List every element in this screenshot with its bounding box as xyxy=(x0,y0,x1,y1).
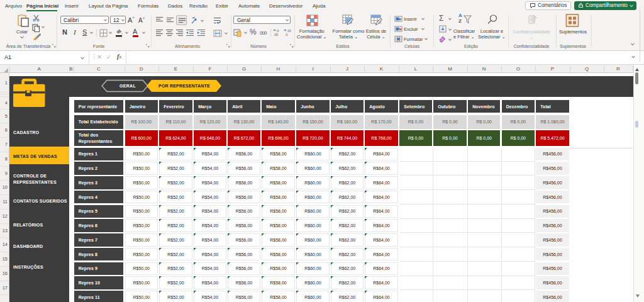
svg-text:.0: .0 xyxy=(285,33,287,36)
svg-text:.00: .00 xyxy=(274,33,278,36)
